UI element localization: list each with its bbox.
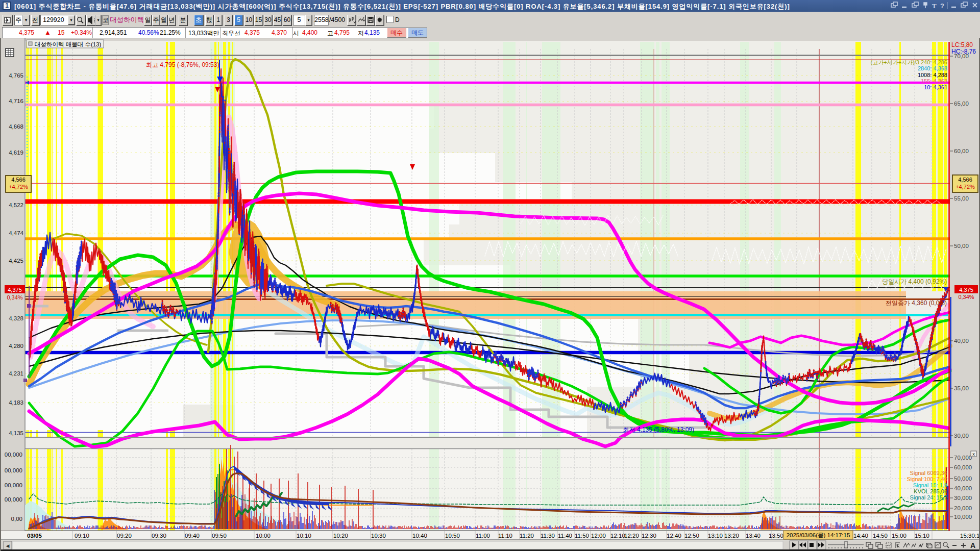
svg-text:4,280: 4,280	[9, 343, 23, 349]
svg-text:65,00: 65,00	[954, 101, 969, 107]
svg-text:0,34%: 0,34%	[958, 294, 974, 300]
svg-text:11:00: 11:00	[476, 533, 490, 539]
svg-text:09:30: 09:30	[152, 533, 166, 539]
svg-text:?: ?	[940, 2, 944, 10]
svg-text:4,425: 4,425	[9, 258, 23, 264]
svg-text:12:00: 12:00	[591, 533, 606, 539]
svg-text:13:50: 13:50	[769, 533, 783, 539]
svg-text:4,474: 4,474	[9, 230, 23, 236]
svg-text:대성하이텍 매물대 수(13): 대성하이텍 매물대 수(13)	[35, 41, 102, 47]
svg-text:30,000: 30,000	[954, 495, 972, 501]
svg-text:4,765: 4,765	[9, 72, 23, 79]
svg-text:00,000: 00,000	[5, 482, 22, 488]
svg-text:55,00: 55,00	[954, 195, 969, 202]
svg-text:20,000: 20,000	[954, 505, 972, 511]
svg-text:40,000: 40,000	[954, 485, 972, 491]
svg-text:+4,72%: +4,72%	[955, 184, 975, 190]
svg-text:12:50: 12:50	[684, 533, 699, 539]
svg-text:0,00: 0,00	[11, 516, 22, 522]
svg-text:4,231: 4,231	[9, 370, 23, 377]
svg-text:A: A	[970, 541, 975, 549]
svg-text:13:10: 13:10	[708, 533, 723, 539]
svg-text:LC:5,80: LC:5,80	[951, 41, 973, 48]
svg-text:1008: 4,288: 1008: 4,288	[918, 72, 947, 78]
svg-text:12:40: 12:40	[667, 533, 681, 539]
svg-text:35,00: 35,00	[954, 385, 969, 391]
svg-text:Signal 6069,36: Signal 6069,36	[910, 470, 947, 476]
svg-text:15:00: 15:00	[892, 533, 906, 539]
svg-text:4,566: 4,566	[958, 177, 972, 183]
svg-text:Signal 24: 15,7: Signal 24: 15,7	[910, 494, 947, 500]
svg-text:12:20: 12:20	[624, 533, 639, 539]
svg-text:12:30: 12:30	[642, 533, 656, 539]
svg-text:10:10: 10:10	[297, 533, 311, 539]
svg-text:03/05: 03/05	[27, 533, 42, 539]
svg-text:2025/03/06(몯) 14:17:15: 2025/03/06(몯) 14:17:15	[787, 532, 850, 538]
svg-text:50,000: 50,000	[954, 475, 972, 482]
svg-text:10:40: 10:40	[412, 533, 427, 539]
svg-text:전일종가 4,360 (0,0%): 전일종가 4,360 (0,0%)	[886, 299, 947, 307]
svg-text:09:50: 09:50	[212, 533, 227, 539]
svg-text:30,00: 30,00	[954, 433, 969, 439]
svg-text:13:40: 13:40	[746, 533, 761, 539]
svg-text:HC:-8,76: HC:-8,76	[951, 48, 976, 55]
svg-text:70,000: 70,000	[954, 455, 972, 461]
svg-text:13:20: 13:20	[724, 533, 739, 539]
svg-text:10:20: 10:20	[333, 533, 348, 539]
svg-text:09:40: 09:40	[185, 533, 200, 539]
svg-text:50,00: 50,00	[954, 243, 969, 249]
svg-text:(고가+시가+저가)/3 240: 4,286: (고가+시가+저가)/3 240: 4,286	[871, 59, 947, 65]
svg-text:4,522: 4,522	[9, 202, 23, 208]
svg-text:4,375: 4,375	[959, 287, 973, 293]
svg-text:11:20: 11:20	[520, 533, 534, 539]
svg-text:11:10: 11:10	[498, 533, 512, 539]
svg-text:4,328: 4,328	[9, 315, 23, 321]
svg-text:10:50: 10:50	[445, 533, 460, 539]
svg-text:0,34%: 0,34%	[7, 294, 22, 300]
svg-text:14:40: 14:40	[853, 533, 868, 539]
svg-text:40,00: 40,00	[954, 338, 969, 344]
svg-text:Signal 100: 7,40: Signal 100: 7,40	[906, 476, 947, 482]
svg-text:4,619: 4,619	[9, 149, 23, 156]
svg-text:10,000: 10,000	[954, 514, 972, 520]
svg-text:4,375: 4,375	[8, 287, 22, 293]
svg-text:최저 4,135 (5,80%, 13:09): 최저 4,135 (5,80%, 13:09)	[623, 426, 694, 433]
svg-text:155: 4,363: 155: 4,363	[921, 78, 947, 84]
svg-text:4,183: 4,183	[9, 399, 23, 406]
svg-text:15:10: 15:10	[915, 533, 929, 539]
svg-text:12:10: 12:10	[610, 533, 625, 539]
svg-text:14:50: 14:50	[873, 533, 888, 539]
svg-text:Signal 15: 1,9: Signal 15: 1,9	[913, 482, 947, 488]
svg-text:00,000: 00,000	[5, 467, 22, 473]
svg-text:4,566: 4,566	[11, 177, 26, 183]
svg-text:11:50: 11:50	[575, 533, 589, 539]
svg-text:60,000: 60,000	[954, 464, 972, 470]
svg-text:T: T	[932, 2, 937, 10]
svg-text:60,00: 60,00	[954, 148, 969, 154]
svg-text:최고 4,795 (-8,76%, 09:53): 최고 4,795 (-8,76%, 09:53)	[146, 61, 219, 68]
svg-text:10:00: 10:00	[256, 533, 271, 539]
svg-text:◀: ◀	[6, 543, 10, 548]
svg-text:10: 4,361: 10: 4,361	[924, 84, 947, 90]
svg-text:4,716: 4,716	[9, 98, 23, 104]
svg-text:+4,72%: +4,72%	[9, 184, 28, 190]
svg-text:x: x	[972, 452, 975, 457]
svg-text:당일시가 4,400 (0,92%): 당일시가 4,400 (0,92%)	[882, 278, 947, 285]
svg-text:09:20: 09:20	[117, 533, 132, 539]
svg-text:2840: 4,368: 2840: 4,368	[918, 65, 947, 71]
svg-text:11:30: 11:30	[541, 533, 555, 539]
svg-text:00,000: 00,000	[5, 496, 22, 503]
svg-text:15:30:1: 15:30:1	[960, 533, 979, 539]
svg-text:4,135: 4,135	[9, 430, 23, 436]
svg-text:00,000: 00,000	[5, 452, 22, 458]
svg-text:11:40: 11:40	[558, 533, 572, 539]
svg-text:10:30: 10:30	[371, 533, 386, 539]
svg-text:4,668: 4,668	[9, 123, 23, 130]
svg-text:09:10: 09:10	[75, 533, 89, 539]
svg-text:KVOL 285,06: KVOL 285,06	[914, 488, 947, 494]
